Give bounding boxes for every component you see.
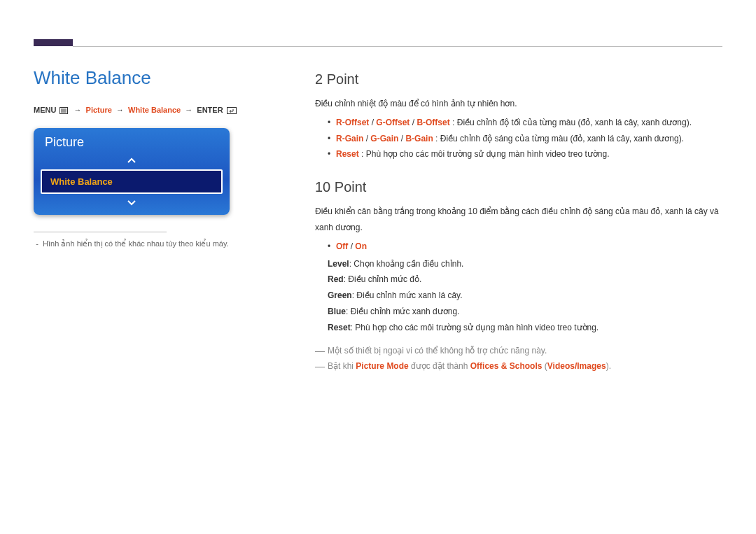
reset-desc-10p: : Phù hợp cho các môi trường sử dụng màn…	[351, 323, 599, 332]
osd-scroll-down[interactable]	[34, 197, 230, 209]
menu-path: MENU → Picture → White Balance → ENTER	[34, 106, 286, 115]
green-desc: : Điều chỉnh mức xanh lá cây.	[352, 290, 463, 300]
note-1-text: Một số thiết bị ngoại vi có thể không hỗ…	[328, 343, 722, 359]
red-desc: : Điều chỉnh mức đỏ.	[344, 274, 422, 284]
r-gain-label: R-Gain	[336, 134, 363, 143]
osd-scroll-up[interactable]	[34, 154, 230, 167]
b-offset-label: B-Offset	[416, 118, 449, 127]
bullet-off-on: Off / On	[328, 239, 722, 255]
gain-desc: : Điều chỉnh độ sáng của từng màu (đỏ, x…	[435, 134, 684, 143]
caption-divider	[34, 232, 167, 232]
reset-label-10p: Reset	[328, 323, 351, 332]
blue-desc: : Điều chỉnh mức xanh dương.	[346, 307, 459, 316]
menu-path-white-balance: White Balance	[128, 106, 181, 114]
header-accent-bar	[34, 39, 73, 46]
red-label: Red	[328, 274, 344, 284]
section-heading-10-point: 10 Point	[315, 179, 722, 195]
dash-icon: ―	[315, 343, 328, 359]
caption-text: Hình ảnh hiển thị có thể khác nhau tùy t…	[43, 239, 229, 248]
paren-open: (	[542, 361, 547, 371]
ten-point-intro: Điều khiển cân bằng trắng trong khoảng 1…	[315, 204, 722, 236]
green-label: Green	[328, 290, 352, 300]
ten-point-toggle-bullet: Off / On	[315, 239, 722, 255]
level-desc: : Chọn khoảng cần điều chỉnh.	[349, 259, 464, 269]
menu-path-enter: ENTER	[197, 106, 223, 114]
bullet-reset: Reset : Phù hợp cho các môi trường sử dụ…	[328, 146, 722, 162]
note-2-text: Bật khi Picture Mode được đặt thành Offi…	[328, 358, 722, 374]
ten-point-definitions: Level: Chọn khoảng cần điều chỉnh. Red: …	[315, 256, 722, 336]
note-2-pre: Bật khi	[328, 361, 356, 371]
reset-label-2p: Reset	[336, 149, 359, 159]
note-2: ― Bật khi Picture Mode được đặt thành Of…	[315, 358, 722, 374]
right-column: 2 Point Điều chỉnh nhiệt độ màu để có hì…	[315, 67, 722, 374]
page: White Balance MENU → Picture → White Bal…	[0, 0, 756, 534]
g-gain-label: G-Gain	[370, 134, 398, 143]
screenshot-caption: - Hình ảnh hiển thị có thể khác nhau tùy…	[34, 239, 286, 248]
line-level: Level: Chọn khoảng cần điều chỉnh.	[328, 256, 722, 272]
bullet-offset: R-Offset / G-Offset / B-Offset : Điều ch…	[328, 115, 722, 131]
breadcrumb-arrow: →	[116, 106, 124, 114]
caption-dash: -	[34, 239, 41, 248]
osd-header: Picture	[34, 135, 230, 154]
osd-selected-item[interactable]: White Balance	[41, 169, 223, 194]
off-label: Off	[336, 241, 348, 251]
blue-label: Blue	[328, 307, 346, 316]
offices-schools-label: Offices & Schools	[470, 361, 542, 371]
g-offset-label: G-Offset	[376, 118, 410, 127]
b-gain-label: B-Gain	[405, 134, 433, 143]
notes: ― Một số thiết bị ngoại vi có thể không …	[315, 343, 722, 375]
svg-rect-4	[227, 108, 236, 114]
two-point-bullets: R-Offset / G-Offset / B-Offset : Điều ch…	[315, 115, 722, 162]
videos-images-label: Videos/Images	[547, 361, 606, 371]
picture-mode-label: Picture Mode	[356, 361, 408, 371]
on-label: On	[355, 241, 367, 251]
breadcrumb-arrow: →	[74, 106, 82, 114]
r-offset-label: R-Offset	[336, 118, 369, 127]
note-1: ― Một số thiết bị ngoại vi có thể không …	[315, 343, 722, 359]
line-blue: Blue: Điều chỉnh mức xanh dương.	[328, 304, 722, 320]
page-title: White Balance	[34, 67, 286, 89]
section-heading-2-point: 2 Point	[315, 71, 722, 87]
menu-path-picture: Picture	[86, 106, 112, 114]
menu-path-menu: MENU	[34, 106, 56, 114]
reset-desc-2p: : Phù hợp cho các môi trường sử dụng màn…	[361, 149, 610, 159]
breadcrumb-arrow: →	[185, 106, 192, 114]
paren-close: ).	[606, 361, 611, 371]
level-label: Level	[328, 259, 349, 269]
line-green: Green: Điều chỉnh mức xanh lá cây.	[328, 288, 722, 304]
dash-icon: ―	[315, 358, 328, 374]
enter-icon	[227, 107, 237, 115]
bullet-gain: R-Gain / G-Gain / B-Gain : Điều chỉnh độ…	[328, 131, 722, 147]
left-column: White Balance MENU → Picture → White Bal…	[34, 67, 286, 248]
osd-panel: Picture White Balance	[34, 128, 230, 215]
menu-icon	[59, 107, 68, 115]
line-reset: Reset: Phù hợp cho các môi trường sử dụn…	[328, 320, 722, 336]
offset-desc: : Điều chỉnh độ tối của từng màu (đỏ, xa…	[452, 118, 692, 127]
line-red: Red: Điều chỉnh mức đỏ.	[328, 272, 722, 288]
two-point-intro: Điều chỉnh nhiệt độ màu để có hình ảnh t…	[315, 96, 722, 112]
header-divider	[73, 46, 722, 47]
note-2-mid: được đặt thành	[409, 361, 470, 371]
